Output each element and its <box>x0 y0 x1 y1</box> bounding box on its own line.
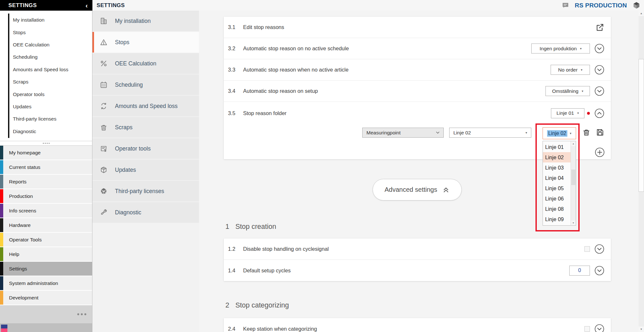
scroll-thumb[interactable] <box>571 170 575 185</box>
line-option[interactable]: Linje 03 <box>543 162 571 173</box>
expand-row-button[interactable] <box>594 44 604 54</box>
expand-row-button[interactable] <box>594 324 604 332</box>
sidebar-item-updates[interactable]: Updates <box>0 101 92 113</box>
module-color-bar <box>0 276 3 290</box>
selected-line-value: Linje 02 <box>547 130 567 137</box>
settings-card-stop-creation: 1.2 Disable stop handling on cyclesignal… <box>224 239 611 281</box>
expand-row-button[interactable] <box>594 65 604 75</box>
module-item-development[interactable]: Development <box>0 291 92 305</box>
settings-nav-amounts-speed-loss[interactable]: Amounts and Speed loss <box>92 96 199 116</box>
folder-type-select[interactable]: Measuringpoint <box>362 128 444 138</box>
module-color-bar <box>0 233 3 247</box>
line-option[interactable]: Linje 06 <box>543 193 571 204</box>
collapse-row-button[interactable] <box>594 108 604 118</box>
app-logo-strip <box>0 323 92 332</box>
cube-icon <box>99 187 108 195</box>
settings-nav-my-installation[interactable]: My installation <box>92 11 199 31</box>
setup-reason-select[interactable]: Omställning▾ <box>545 86 590 96</box>
scroll-up-icon[interactable]: ▲ <box>571 141 576 146</box>
module-color-bar <box>0 146 3 160</box>
sidebar-item-third-party-licenses[interactable]: Third-party licenses <box>0 113 92 125</box>
folder-value-select[interactable]: Linje 02▾ <box>449 128 531 138</box>
line-option-selected[interactable]: Linje 02 <box>543 152 571 162</box>
collapse-sidebar-icon[interactable]: ‹ <box>86 2 88 9</box>
module-item-my-homepage[interactable]: My homepage <box>0 146 92 160</box>
module-item-help[interactable]: Help <box>0 247 92 261</box>
default-setup-cycles-input[interactable] <box>569 266 590 276</box>
keep-station-checkbox[interactable] <box>584 326 590 332</box>
sidebar-more-options[interactable] <box>0 305 92 323</box>
module-item-system-administration[interactable]: System administration <box>0 276 92 290</box>
settings-nav-scheduling[interactable]: Scheduling <box>92 74 199 95</box>
dropdown-caret-icon: ▾ <box>580 47 582 50</box>
line-option[interactable]: Linje 05 <box>543 183 571 193</box>
dropdown-caret-icon: ▾ <box>577 112 579 115</box>
chat-bubble-icon[interactable] <box>561 1 570 10</box>
settings-card-stop-categorizing: 2.4 Keep station when categorizing <box>224 318 611 332</box>
top-bar: RS PRODUCTION <box>199 0 644 11</box>
sidebar-item-diagnostic[interactable]: Diagnostic <box>0 125 92 138</box>
brand-cube-icon[interactable] <box>632 1 641 10</box>
sidebar-item-scraps[interactable]: Scraps <box>0 76 92 88</box>
scroll-down-icon[interactable]: ▼ <box>639 327 644 332</box>
scroll-down-icon[interactable]: ▼ <box>571 220 576 225</box>
expand-row-button[interactable] <box>594 266 604 276</box>
line-option[interactable]: Linje 01 <box>543 142 571 152</box>
line-option[interactable]: Linje 04 <box>543 173 571 183</box>
stop-reason-folder-select[interactable]: Linje 01▾ <box>551 108 584 118</box>
save-icon[interactable] <box>595 128 604 137</box>
expand-row-button[interactable] <box>594 244 604 254</box>
settings-nav-scraps[interactable]: Scraps <box>92 117 199 138</box>
scroll-thumb[interactable] <box>639 59 644 192</box>
module-color-bar <box>0 262 3 276</box>
line-option[interactable]: Linje 08 <box>543 204 571 214</box>
line-select[interactable]: Linje 02 ▾ <box>543 127 576 139</box>
module-item-reports[interactable]: Reports <box>0 175 92 189</box>
logo-navy-block <box>1 325 7 328</box>
advanced-settings-button[interactable]: Advanced settings <box>373 179 462 200</box>
settings-nav-stops[interactable]: Stops <box>92 32 199 53</box>
setting-row-1-4: 1.4 Default setup cycles <box>224 260 611 281</box>
building-icon <box>99 17 108 25</box>
settings-nav-diagnostic[interactable]: Diagnostic <box>92 202 199 223</box>
sidebar-item-stops[interactable]: Stops <box>0 26 92 38</box>
resize-handle-icon[interactable] <box>0 141 92 146</box>
setting-row-3-3: 3.3 Automatic stop reason when no active… <box>224 59 611 81</box>
sidebar-item-operator-tools[interactable]: Operator tools <box>0 88 92 100</box>
settings-nav-oee-calculation[interactable]: OEE Calculation <box>92 53 199 74</box>
module-item-operator-tools[interactable]: Operator Tools <box>0 233 92 247</box>
settings-nav-operator-tools[interactable]: Operator tools <box>92 138 199 159</box>
sidebar-item-my-installation[interactable]: My installation <box>0 14 92 26</box>
dropdown-scrollbar[interactable]: ▲ ▼ <box>571 141 576 225</box>
left-sidebar-title: SETTINGS <box>8 2 37 9</box>
chevron-down-icon <box>436 132 440 134</box>
delete-folder-icon[interactable] <box>582 128 591 137</box>
add-folder-button[interactable] <box>595 147 605 157</box>
sync-icon <box>99 102 108 110</box>
setting-row-1-2: 1.2 Disable stop handling on cyclesignal <box>224 239 611 260</box>
settings-nav-third-party-licenses[interactable]: Third-party licenses <box>92 181 199 201</box>
sidebar-item-amounts-speed-loss[interactable]: Amounts and Speed loss <box>0 63 92 76</box>
no-active-schedule-select[interactable]: Ingen produktion▾ <box>531 44 590 54</box>
module-item-current-status[interactable]: Current status <box>0 160 92 174</box>
disable-stop-handling-checkbox[interactable] <box>584 246 590 252</box>
percent-icon <box>99 59 108 68</box>
no-active-article-select[interactable]: No order▾ <box>551 65 590 75</box>
module-item-info-screens[interactable]: Info screens <box>0 204 92 218</box>
expand-row-button[interactable] <box>594 86 604 96</box>
module-item-production[interactable]: Production <box>0 189 92 203</box>
unsaved-changes-dot <box>587 112 590 115</box>
warning-triangle-icon <box>99 38 108 46</box>
dropdown-caret-icon: ▾ <box>582 90 583 93</box>
module-color-bar <box>0 218 3 232</box>
page-scrollbar[interactable]: ▲ ▼ <box>639 11 644 332</box>
scroll-up-icon[interactable]: ▲ <box>639 11 644 16</box>
sidebar-item-oee-calculation[interactable]: OEE Calculation <box>0 39 92 51</box>
module-item-settings[interactable]: Settings <box>0 262 92 276</box>
module-color-bar <box>0 291 3 305</box>
sidebar-item-scheduling[interactable]: Scheduling <box>0 51 92 63</box>
settings-nav-updates[interactable]: Updates <box>92 160 199 180</box>
line-option[interactable]: Linje 09 <box>543 214 571 224</box>
module-item-hardware[interactable]: Hardware <box>0 218 92 232</box>
external-link-icon[interactable] <box>595 23 604 32</box>
